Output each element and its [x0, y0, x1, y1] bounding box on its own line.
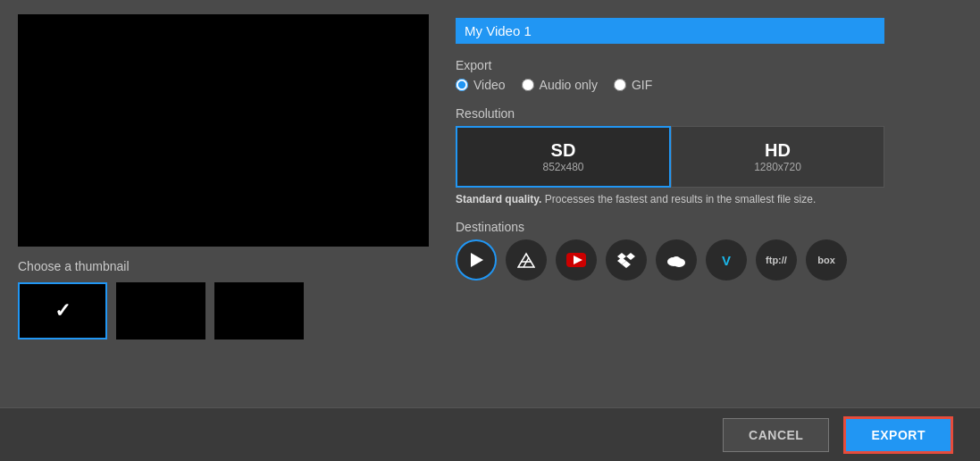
cancel-button[interactable]: CANCEL: [723, 418, 829, 452]
radio-gif[interactable]: GIF: [614, 78, 652, 92]
thumbnail-section: Choose a thumbnail ✓: [18, 259, 429, 339]
dest-box[interactable]: box: [806, 239, 847, 281]
svg-point-12: [672, 256, 681, 264]
radio-audio-input[interactable]: [522, 79, 534, 91]
radio-audio[interactable]: Audio only: [522, 78, 598, 92]
resolution-label: Resolution: [456, 106, 962, 121]
export-label: Export: [456, 58, 962, 72]
resolution-buttons: SD 852x480 HD 1280x720: [456, 126, 884, 188]
resolution-hd-button[interactable]: HD 1280x720: [671, 126, 884, 188]
quality-regular: Processes the fastest and results in the…: [541, 193, 816, 205]
export-button[interactable]: EXPORT: [843, 416, 953, 454]
hd-label: HD: [681, 140, 875, 161]
dest-dropbox[interactable]: [606, 239, 647, 281]
video-preview: [18, 14, 429, 247]
radio-gif-label: GIF: [632, 78, 652, 92]
thumbnail-item-3[interactable]: [214, 282, 304, 339]
svg-marker-1: [518, 254, 534, 267]
sd-sub: 852x480: [466, 161, 660, 173]
left-panel: Choose a thumbnail ✓: [18, 14, 429, 393]
sd-label: SD: [466, 140, 660, 161]
dest-googledrive[interactable]: [506, 239, 547, 281]
dest-screencast[interactable]: [456, 239, 497, 281]
resolution-quality-text: Standard quality. Processes the fastest …: [456, 193, 884, 205]
ftp-label: ftp://: [766, 255, 787, 265]
svg-marker-7: [626, 253, 635, 260]
box-label: box: [817, 255, 835, 265]
main-content: Choose a thumbnail ✓ Export Video: [0, 0, 980, 407]
right-panel: Export Video Audio only GIF Resolution: [456, 14, 962, 393]
quality-bold: Standard quality.: [456, 193, 541, 205]
radio-gif-input[interactable]: [614, 79, 626, 91]
vimeo-letter: V: [722, 253, 731, 268]
destination-icons: V ftp:// box: [456, 239, 962, 281]
dest-vimeo[interactable]: V: [706, 239, 747, 281]
video-title-input[interactable]: [456, 18, 884, 44]
dest-cloud[interactable]: [656, 239, 697, 281]
hd-sub: 1280x720: [681, 161, 875, 173]
footer: CANCEL EXPORT: [0, 407, 980, 461]
thumbnail-list: ✓: [18, 282, 429, 339]
destinations-label: Destinations: [456, 220, 962, 234]
thumbnail-item-2[interactable]: [116, 282, 205, 339]
radio-video-input[interactable]: [456, 79, 468, 91]
resolution-section: Resolution SD 852x480 HD 1280x720 Standa…: [456, 106, 962, 205]
thumbnail-check-icon: ✓: [54, 299, 71, 323]
radio-audio-label: Audio only: [540, 78, 598, 92]
export-options: Video Audio only GIF: [456, 78, 962, 92]
destinations-section: Destinations: [456, 220, 962, 281]
thumbnail-label: Choose a thumbnail: [18, 259, 429, 273]
radio-video[interactable]: Video: [456, 78, 506, 92]
svg-marker-0: [471, 253, 483, 267]
dest-youtube[interactable]: [556, 239, 597, 281]
export-section: Export Video Audio only GIF: [456, 58, 962, 92]
radio-video-label: Video: [473, 78, 506, 92]
dest-ftp[interactable]: ftp://: [756, 239, 797, 281]
resolution-sd-button[interactable]: SD 852x480: [456, 126, 671, 188]
thumbnail-item-1[interactable]: ✓: [18, 282, 107, 339]
